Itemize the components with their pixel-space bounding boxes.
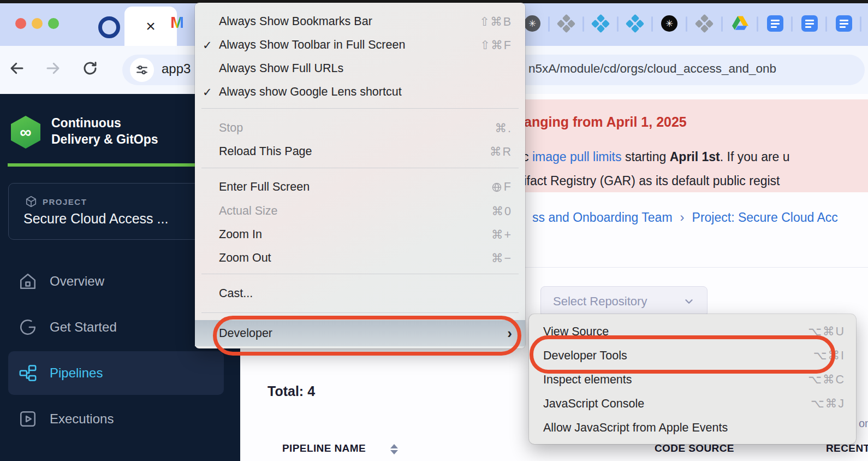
menu-item-label: Enter Full Screen	[219, 180, 310, 194]
breadcrumb: ss and Onboarding Team › Project: Secure…	[532, 210, 838, 225]
tab-separator	[548, 16, 550, 32]
url-text-right: n5xA/module/cd/orgs/cloud_access_and_onb	[528, 62, 776, 76]
menu-item-zoom-out[interactable]: Zoom Out ⌘−	[195, 246, 525, 270]
menu-separator	[201, 274, 519, 274]
harness-icon	[592, 15, 609, 32]
harness-tab-icon[interactable]	[558, 15, 574, 32]
sidebar-item-label: Pipelines	[50, 365, 103, 381]
tab-separator	[721, 16, 723, 32]
menu-separator	[201, 312, 519, 313]
menu-item-label: Stop	[219, 121, 243, 135]
reload-button[interactable]	[82, 60, 98, 76]
menu-item-cast[interactable]: Cast...	[195, 282, 525, 305]
banner-line-2: tifact Registry (GAR) as its default pub…	[520, 174, 780, 188]
menu-item-label: Always Show Full URLs	[219, 62, 343, 75]
sidebar-item-pipelines[interactable]: Pipelines	[8, 351, 224, 395]
sidebar-item-services[interactable]: Services	[8, 451, 224, 461]
google-docs-tab-icon[interactable]	[836, 15, 852, 32]
menu-item-always-show-full-urls[interactable]: Always Show Full URLs	[195, 57, 525, 80]
executions-icon	[18, 409, 38, 429]
menu-item-always-show-toolbar-in-full-screen[interactable]: ✓ Always Show Toolbar in Full Screen ⇧⌘F	[195, 33, 525, 57]
back-button[interactable]	[9, 60, 25, 76]
menu-shortcut: ⌘−	[491, 251, 512, 265]
menu-shortcut: ⌥⌘J	[811, 397, 845, 411]
docs-icon	[767, 15, 783, 32]
menu-item-label: Allow JavaScript from Apple Events	[543, 421, 728, 435]
banner-text-bold: April 1st	[670, 150, 720, 164]
window-minimize-button[interactable]	[32, 18, 43, 29]
sidebar-item-label: Executions	[50, 411, 114, 427]
menu-shortcut: ⌘+	[491, 228, 512, 242]
forward-button[interactable]	[45, 60, 61, 76]
menu-shortcut: ⇧⌘F	[480, 38, 512, 52]
google-docs-tab-icon[interactable]	[801, 15, 818, 32]
menu-item-stop: Stop ⌘.	[195, 116, 525, 140]
site-settings-button[interactable]	[130, 58, 154, 82]
breadcrumb-link-project[interactable]: Project: Secure Cloud Acc	[692, 210, 838, 225]
menu-shortcut: F	[491, 180, 512, 194]
harness-icon	[696, 15, 712, 32]
forward-arrow-icon	[45, 60, 61, 76]
column-header-code-source: CODE SOURCE	[655, 442, 734, 454]
sort-icon[interactable]	[390, 443, 399, 456]
pipelines-icon	[18, 363, 38, 383]
menu-item-always-show-bookmarks-bar[interactable]: Always Show Bookmarks Bar ⇧⌘B	[195, 10, 525, 33]
cube-icon	[25, 196, 37, 208]
google-docs-tab-icon[interactable]	[767, 15, 783, 32]
tab-separator	[825, 16, 827, 32]
breadcrumb-link-org[interactable]: ss and Onboarding Team	[532, 210, 673, 225]
window-zoom-button[interactable]	[48, 18, 59, 29]
menu-item-actual-size: Actual Size ⌘0	[195, 199, 525, 223]
total-count: Total: 4	[267, 383, 315, 399]
harness-tab-icon[interactable]	[696, 15, 712, 32]
checkmark-icon: ✓	[203, 39, 212, 52]
sidebar-item-executions[interactable]: Executions	[8, 397, 224, 441]
screen: × M ✳ ✳ app3 n5xA/modu	[0, 0, 868, 461]
back-arrow-icon	[9, 60, 25, 76]
active-tab[interactable]: ×	[124, 7, 177, 46]
menu-shortcut: ⌥⌘C	[808, 373, 845, 387]
banner-line-1: c image pull limits starting April 1st. …	[522, 150, 790, 164]
menu-item-reload-this-page[interactable]: Reload This Page ⌘R	[195, 140, 525, 163]
chevron-down-icon	[683, 295, 695, 308]
openai-icon: ✳	[524, 15, 540, 32]
sidebar-item-overview[interactable]: Overview	[8, 259, 224, 303]
home-icon	[18, 271, 38, 291]
project-name: Secure Cloud Access ...	[23, 211, 168, 227]
menu-item-javascript-console[interactable]: JavaScript Console ⌥⌘J	[529, 392, 856, 416]
menu-item-label: JavaScript Console	[543, 397, 644, 411]
sidebar-item-label: Get Started	[50, 320, 117, 335]
column-header-pipeline-name[interactable]: PIPELINE NAME	[282, 442, 366, 454]
google-drive-tab-icon[interactable]	[732, 15, 748, 32]
close-tab-icon[interactable]: ×	[124, 7, 177, 46]
browser-view-menu: Always Show Bookmarks Bar ⇧⌘B ✓ Always S…	[195, 3, 525, 348]
menu-item-label: Inspect elements	[543, 373, 632, 387]
menu-item-zoom-in[interactable]: Zoom In ⌘+	[195, 223, 525, 246]
menu-item-allow-javascript-from-apple-events[interactable]: Allow JavaScript from Apple Events	[529, 416, 856, 440]
sidebar-item-label: Overview	[50, 274, 104, 289]
menu-shortcut: ⇧⌘B	[479, 15, 512, 29]
chatgpt-tab-icon[interactable]: ✳	[661, 15, 677, 32]
harness-tab-icon[interactable]	[592, 15, 609, 32]
menu-separator	[201, 168, 519, 168]
chatgpt-tab-icon[interactable]: ✳	[524, 15, 540, 32]
repository-select[interactable]: Select Repository	[540, 286, 708, 317]
harness-icon	[627, 15, 643, 32]
annotation-oval-developer-tools	[530, 335, 835, 374]
gmail-tab-icon[interactable]: M	[170, 13, 184, 32]
menu-item-label: Reload This Page	[219, 145, 312, 158]
window-close-button[interactable]	[15, 18, 26, 29]
menu-item-always-show-google-lens-shortcut[interactable]: ✓ Always show Google Lens shortcut	[195, 80, 525, 104]
tab-separator	[791, 16, 793, 32]
globe-icon	[491, 182, 502, 193]
harness-tab-icon[interactable]	[627, 15, 643, 32]
inactive-tab-favicon[interactable]	[98, 16, 120, 38]
docs-icon	[801, 15, 818, 32]
sidebar-item-get-started[interactable]: Get Started	[8, 305, 224, 349]
menu-item-label: Zoom Out	[219, 251, 271, 265]
project-selector-card[interactable]: PROJECT Secure Cloud Access ...	[8, 183, 223, 240]
banner-link[interactable]: image pull limits	[532, 150, 622, 164]
harness-icon	[558, 15, 574, 32]
menu-item-enter-full-screen[interactable]: Enter Full Screen F	[195, 175, 525, 199]
openai-icon: ✳	[661, 15, 677, 32]
